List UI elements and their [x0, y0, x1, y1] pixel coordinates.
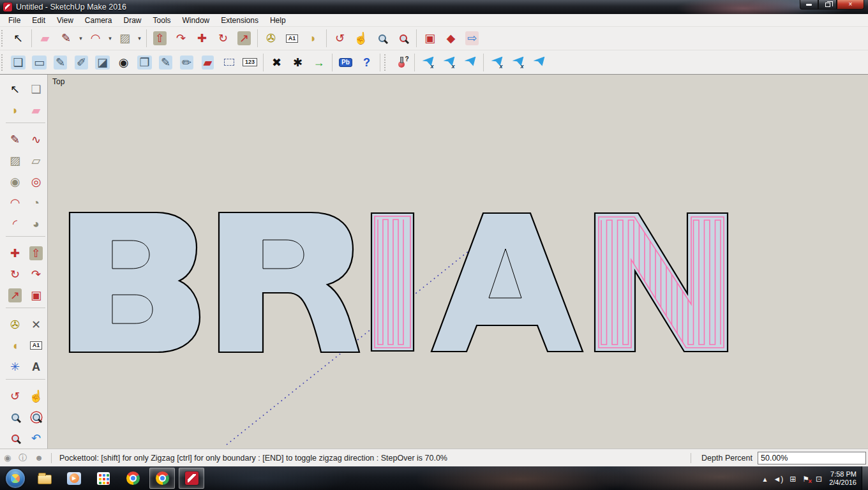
explorer-button[interactable] [32, 468, 57, 489]
arc-button[interactable]: ◠ [85, 29, 106, 48]
zoom-button[interactable] [371, 29, 393, 48]
zoom-button[interactable] [4, 406, 26, 427]
zoom-extents-button[interactable] [393, 29, 414, 48]
phlat-pen-button[interactable]: ✎ [50, 52, 71, 72]
gcode-wedge-1-button[interactable] [460, 52, 481, 72]
3d-text-button[interactable]: A [26, 356, 47, 377]
phlat-cube-button[interactable]: ❐ [134, 52, 155, 72]
toolbar-grip[interactable] [1, 54, 6, 71]
select-button[interactable]: ↖ [4, 78, 26, 100]
axes-points-button[interactable]: ✕ [26, 314, 47, 335]
gcode-wedge-x3-button[interactable]: x [486, 52, 507, 72]
line-button[interactable]: ✎ [4, 129, 26, 150]
letter-A[interactable] [431, 213, 583, 352]
select-button[interactable]: ↖ [8, 29, 29, 48]
rectangle-button[interactable]: ▨ [114, 29, 135, 48]
orbit-button[interactable]: ↺ [4, 385, 26, 406]
phlat-center-sphere-button[interactable]: ◉ [113, 52, 134, 72]
phlat-help-button[interactable]: ? [356, 52, 377, 72]
phlat-go-button[interactable]: → [308, 52, 329, 72]
letter-B[interactable] [70, 212, 200, 352]
network-icon[interactable]: ⊡ [816, 475, 822, 484]
ruby-console-button[interactable]: ◆ [440, 29, 461, 48]
arc-dropdown[interactable]: ▾ [106, 29, 114, 48]
sketchup-window-button[interactable] [179, 468, 204, 489]
scale-button[interactable]: ↗ [4, 285, 26, 306]
phlat-marquee-button[interactable] [218, 52, 239, 72]
pie-button[interactable]: ◔ [26, 192, 47, 213]
menu-view[interactable]: View [51, 14, 79, 27]
google-apps-button[interactable] [91, 468, 116, 489]
geolocation-icon[interactable]: ◉ [4, 453, 11, 463]
circle-button[interactable]: ◉ [4, 171, 26, 192]
zoom-window-button[interactable] [26, 406, 47, 427]
phlat-counter-button[interactable]: 123 [239, 52, 260, 72]
phlat-eraser-button[interactable]: ▰ [197, 52, 218, 72]
line-dropdown[interactable]: ▾ [77, 29, 85, 48]
pan-button[interactable]: ☝ [350, 29, 371, 48]
rotated-rectangle-button[interactable]: ▱ [26, 150, 47, 171]
arc-button[interactable]: ◠ [4, 192, 26, 213]
phlat-fold-button[interactable]: ◪ [92, 52, 113, 72]
restore-button[interactable] [818, 0, 837, 10]
eraser-button[interactable]: ▰ [26, 100, 47, 121]
action-center-icon[interactable]: ⚑× [802, 475, 809, 484]
letter-N-pocketed[interactable] [595, 213, 728, 352]
close-button[interactable]: × [837, 0, 864, 10]
menu-tools[interactable]: Tools [147, 14, 177, 27]
media-player-button[interactable] [61, 468, 87, 489]
gcode-wedge-x1-button[interactable]: x [417, 52, 438, 72]
make-component-button[interactable]: ❑ [26, 78, 47, 100]
phlat-center-point-button[interactable]: ✱ [287, 52, 308, 72]
move-button[interactable]: ✚ [191, 29, 213, 48]
chrome-button[interactable] [120, 468, 146, 489]
pan-button[interactable]: ☝ [26, 385, 47, 406]
depth-percent-input[interactable] [758, 452, 866, 464]
chrome-window-button[interactable] [149, 468, 175, 489]
polygon-button[interactable]: ◎ [26, 171, 47, 192]
menu-extensions[interactable]: Extensions [215, 14, 264, 27]
toolbar-grip[interactable] [384, 54, 389, 71]
orbit-button[interactable]: ↺ [329, 29, 350, 48]
viewport[interactable]: Top [48, 75, 868, 449]
two-point-arc-button[interactable]: ◜ [4, 213, 26, 234]
phlat-new-button[interactable]: ❏ [8, 52, 29, 72]
eraser-button[interactable]: ▰ [34, 29, 56, 48]
phlat-safe-area-button[interactable]: ▭ [29, 52, 50, 72]
letter-I-pocketed[interactable] [371, 213, 414, 351]
three-point-arc-button[interactable]: ◕ [26, 213, 47, 234]
zoom-extents-button[interactable] [4, 427, 26, 449]
letter-R[interactable] [219, 212, 359, 352]
volume-icon[interactable]: ◄) [773, 475, 783, 484]
menu-edit[interactable]: Edit [26, 14, 51, 27]
extension-warehouse-button[interactable]: ▣ [419, 29, 440, 48]
axes-button[interactable]: ✳ [4, 356, 26, 377]
protractor-button[interactable]: ◖ [4, 335, 26, 356]
show-desktop-button[interactable] [862, 466, 868, 490]
rectangle-button[interactable]: ▨ [4, 150, 26, 171]
rotate-button[interactable]: ↻ [4, 264, 26, 285]
follow-me-button[interactable]: ↷ [26, 264, 47, 285]
paint-bucket-button[interactable]: ◗ [303, 29, 324, 48]
menu-window[interactable]: Window [177, 14, 216, 27]
tape-measure-button[interactable]: ✇ [4, 314, 26, 335]
phlat-pb-options-button[interactable]: Pb [335, 52, 356, 72]
menu-help[interactable]: Help [264, 14, 292, 27]
menu-camera[interactable]: Camera [79, 14, 118, 27]
taskbar-clock[interactable]: 7:58 PM 2/4/2016 [829, 470, 857, 487]
rotate-button[interactable]: ↻ [213, 29, 234, 48]
offset-button[interactable]: ▣ [26, 285, 47, 306]
sign-in-icon[interactable]: ☻ [34, 453, 43, 463]
move-button[interactable]: ✚ [4, 242, 26, 264]
phlat-mark-button[interactable]: ✐ [71, 52, 92, 72]
push-pull-button[interactable]: ⇧ [149, 29, 170, 48]
phlat-drill-button[interactable]: ✏ [176, 52, 197, 72]
pocket-tool-button[interactable] [391, 52, 412, 72]
phlat-tabs-button[interactable]: ✎ [155, 52, 176, 72]
text-button[interactable]: A1 [281, 29, 303, 48]
freehand-button[interactable]: ∿ [26, 129, 47, 150]
credits-icon[interactable]: ⓘ [19, 453, 27, 463]
phlat-cancel-button[interactable]: ✖ [266, 52, 287, 72]
paint-bucket-button[interactable]: ◗ [4, 100, 26, 121]
line-button[interactable]: ✎ [56, 29, 77, 48]
